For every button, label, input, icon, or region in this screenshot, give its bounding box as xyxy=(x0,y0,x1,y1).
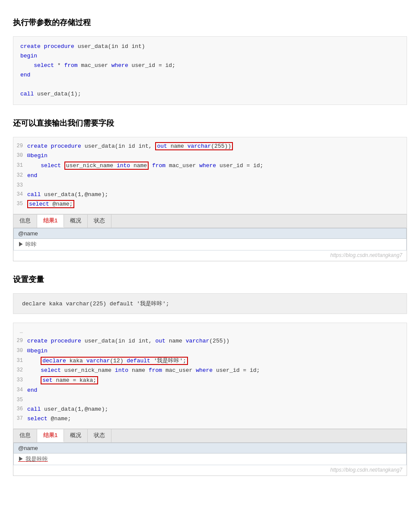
cell-name-2: 我是咔咔 xyxy=(14,453,407,465)
tab-overview-2[interactable]: 概况 xyxy=(64,429,88,442)
section2-result-panel: 信息 结果1 概况 状态 @name 咔咔 https://blog.csdn.… xyxy=(13,214,407,261)
section2-code: 29create procedure user_data(in id int, … xyxy=(13,137,407,215)
col-header-name-1: @name xyxy=(14,228,407,239)
tab-info-2[interactable]: 信息 xyxy=(13,429,37,442)
tab-status-1[interactable]: 状态 xyxy=(88,215,111,228)
watermark-1: https://blog.csdn.net/tangkang7 xyxy=(13,250,407,261)
cell-name-1: 咔咔 xyxy=(14,239,407,250)
tab-info-1[interactable]: 信息 xyxy=(13,215,37,228)
tab-result1-1[interactable]: 结果1 xyxy=(37,215,64,228)
section3-tabs: 信息 结果1 概况 状态 xyxy=(13,429,407,443)
section3-result-panel: 信息 结果1 概况 状态 @name 我是咔咔 https://blog.csd… xyxy=(13,429,407,476)
tab-overview-1[interactable]: 概况 xyxy=(64,215,88,228)
section2-title: 还可以直接输出我们需要字段 xyxy=(13,118,407,130)
watermark-2: https://blog.csdn.net/tangkang7 xyxy=(13,465,407,476)
tab-status-2[interactable]: 状态 xyxy=(88,429,111,442)
section3-table: @name 我是咔咔 xyxy=(13,443,407,465)
tab-result1-2[interactable]: 结果1 xyxy=(37,429,64,442)
section2-tabs: 信息 结果1 概况 状态 xyxy=(13,215,407,228)
section3-code: … 29create procedure user_data(in id int… xyxy=(13,323,407,429)
section2-table: @name 咔咔 xyxy=(13,228,407,250)
declare-code: declare kaka varchar(225) default '我是咔咔'… xyxy=(13,293,407,314)
section1-code: create procedure user_data(in id int) be… xyxy=(13,36,407,105)
section3-title: 设置变量 xyxy=(13,274,407,287)
table-row: 咔咔 xyxy=(14,239,407,250)
col-header-name-2: @name xyxy=(14,443,407,453)
section1-title: 执行带参数的存储过程 xyxy=(13,17,407,30)
table-row-2: 我是咔咔 xyxy=(14,453,407,465)
